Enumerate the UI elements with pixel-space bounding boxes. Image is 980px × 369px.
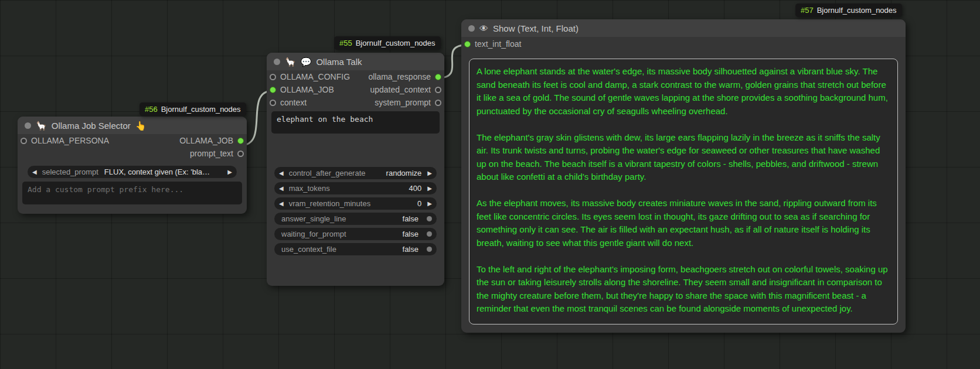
combo-left-arrow-icon[interactable]: ◀ [279, 201, 284, 207]
node-badge-57: #57 Bjornulf_custom_nodes [795, 4, 902, 17]
input-dot-ollama-job[interactable] [270, 87, 276, 93]
input-label: OLLAMA_PERSONA [31, 136, 109, 145]
slot-row: prompt_text [18, 147, 247, 160]
output-dot-ollama-job[interactable] [237, 138, 244, 144]
custom-prefix-textarea[interactable]: Add a custom prompt prefix here... [22, 182, 242, 204]
input-label: OLLAMA_CONFIG [280, 72, 350, 81]
input-dot-ollama-config[interactable] [270, 74, 276, 80]
max-tokens-stepper[interactable]: ◀ max_tokens 400 ▶ [274, 182, 437, 194]
output-slot-ollama-response: ollama_response [368, 72, 441, 81]
toggle-value: false [346, 214, 418, 223]
show-text-output[interactable]: A lone elephant stands at the water's ed… [469, 59, 898, 324]
node-body-spacer [267, 137, 444, 164]
toggle-knob[interactable] [427, 231, 432, 237]
collapse-toggle[interactable] [468, 25, 475, 32]
output-dot-system-prompt[interactable] [435, 100, 441, 106]
toggle-value: false [346, 230, 418, 238]
toggle-value: false [336, 245, 418, 254]
node-graph-canvas[interactable]: #56 Bjornulf_custom_nodes #55 Bjornulf_c… [0, 0, 980, 369]
llama-icon: 🦙 [285, 57, 296, 66]
input-dot-ollama-persona[interactable] [21, 138, 27, 144]
badge-id: #56 [145, 105, 158, 114]
combo-right-arrow-icon[interactable]: ▶ [227, 169, 232, 175]
combo-right-arrow-icon[interactable]: ▶ [427, 201, 432, 207]
output-slot-prompt-text: prompt_text [190, 149, 244, 158]
combo-right-arrow-icon[interactable]: ▶ [427, 186, 432, 192]
slot-row: context system_prompt [267, 96, 444, 109]
combo-left-arrow-icon[interactable]: ◀ [32, 169, 37, 175]
toggle-label: answer_single_line [281, 214, 346, 223]
selected-prompt-combo[interactable]: ◀ selected_prompt FLUX, context given (E… [28, 166, 237, 178]
node-badge-56: #56 Bjornulf_custom_nodes [139, 102, 246, 116]
eye-icon: 👁 [479, 24, 488, 33]
output-slot-ollama-job: OLLAMA_JOB [179, 136, 244, 145]
input-dot-text-int-float[interactable] [464, 41, 471, 47]
input-slot-text-int-float: text_int_float [464, 39, 521, 49]
node-title-bar[interactable]: 🦙 Ollama Job Selector 👆 [18, 117, 247, 134]
node-title-bar[interactable]: 🦙 💬 Ollama Talk [267, 53, 444, 70]
collapse-toggle[interactable] [25, 122, 31, 129]
answer-single-line-toggle[interactable]: answer_single_line false [274, 213, 437, 225]
output-label: ollama_response [368, 72, 431, 81]
output-dot-updated-context[interactable] [435, 87, 441, 93]
slot-row: OLLAMA_CONFIG ollama_response [267, 70, 444, 83]
combo-right-arrow-icon[interactable]: ▶ [427, 170, 432, 176]
combo-value: randomize [366, 169, 422, 177]
node-title: Ollama Job Selector [52, 121, 131, 131]
badge-id: #57 [801, 6, 814, 15]
badge-name: Bjornulf_custom_nodes [356, 39, 435, 47]
toggle-label: use_context_file [281, 245, 336, 254]
slot-row: OLLAMA_PERSONA OLLAMA_JOB [18, 134, 247, 147]
node-ollama-talk[interactable]: 🦙 💬 Ollama Talk OLLAMA_CONFIG ollama_res… [267, 53, 444, 286]
badge-id: #55 [339, 39, 352, 47]
input-label: context [280, 98, 307, 107]
toggle-knob[interactable] [427, 247, 432, 252]
toggle-knob[interactable] [427, 216, 432, 221]
input-dot-context[interactable] [270, 100, 276, 106]
badge-name: Bjornulf_custom_nodes [161, 105, 241, 114]
use-context-file-toggle[interactable]: use_context_file false [274, 243, 437, 255]
pointing-finger-icon: 👆 [135, 121, 147, 130]
node-badge-55: #55 Bjornulf_custom_nodes [334, 36, 441, 50]
combo-label: control_after_generate [289, 169, 366, 177]
combo-value: 0 [370, 199, 421, 208]
output-label: OLLAMA_JOB [179, 136, 233, 145]
output-slot-system-prompt: system_prompt [375, 98, 441, 107]
llama-icon: 🦙 [36, 121, 47, 130]
input-label: OLLAMA_JOB [280, 85, 334, 94]
slot-row: OLLAMA_JOB updated_context [267, 83, 444, 96]
input-slot-context: context [270, 98, 307, 107]
output-label: updated_context [370, 85, 431, 94]
combo-value: FLUX, context given (Ex: 'bla… [104, 168, 227, 176]
output-slot-updated-context: updated_context [370, 85, 441, 94]
node-title: Show (Text, Int, Float) [493, 23, 579, 33]
speech-bubble-icon: 💬 [301, 57, 312, 66]
output-dot-ollama-response[interactable] [435, 74, 441, 80]
control-after-generate-combo[interactable]: ◀ control_after_generate randomize ▶ [274, 167, 437, 179]
input-label: text_int_float [475, 39, 521, 49]
output-dot-prompt-text[interactable] [237, 151, 244, 157]
input-slot-ollama-job: OLLAMA_JOB [270, 85, 334, 94]
output-label: system_prompt [375, 98, 431, 107]
input-slot-ollama-config: OLLAMA_CONFIG [270, 72, 350, 81]
node-show-text-int-float[interactable]: 👁 Show (Text, Int, Float) text_int_float… [461, 19, 906, 333]
waiting-for-prompt-toggle[interactable]: waiting_for_prompt false [274, 228, 437, 240]
combo-left-arrow-icon[interactable]: ◀ [279, 186, 284, 192]
slot-row: text_int_float [461, 37, 906, 51]
node-ollama-job-selector[interactable]: 🦙 Ollama Job Selector 👆 OLLAMA_PERSONA O… [18, 117, 247, 214]
toggle-label: waiting_for_prompt [281, 230, 346, 238]
collapse-toggle[interactable] [274, 59, 280, 65]
node-title: Ollama Talk [316, 57, 362, 67]
badge-name: Bjornulf_custom_nodes [817, 6, 897, 15]
output-label: prompt_text [190, 149, 233, 158]
combo-label: vram_retention_minutes [289, 199, 370, 208]
combo-value: 400 [330, 184, 422, 193]
node-title-bar[interactable]: 👁 Show (Text, Int, Float) [461, 19, 906, 37]
input-slot-ollama-persona: OLLAMA_PERSONA [21, 136, 109, 145]
combo-label: selected_prompt [42, 168, 98, 176]
combo-left-arrow-icon[interactable]: ◀ [279, 170, 284, 176]
combo-label: max_tokens [289, 184, 330, 193]
user-prompt-textarea[interactable]: elephant on the beach [271, 111, 440, 134]
vram-retention-minutes-stepper[interactable]: ◀ vram_retention_minutes 0 ▶ [274, 197, 437, 210]
